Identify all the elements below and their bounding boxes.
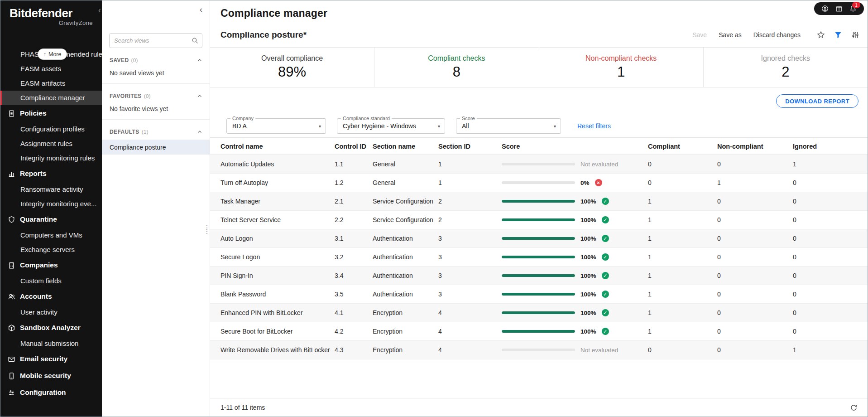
cell-ignored: 0 xyxy=(793,179,857,186)
sidebar-item-sandbox-analyzer[interactable]: Sandbox Analyzer xyxy=(0,320,102,336)
table-row-task-manager[interactable]: Task Manager2.1Service Configuration2100… xyxy=(210,192,868,211)
check-circle-icon: ✓ xyxy=(602,272,609,279)
filter-label: Score xyxy=(460,116,477,121)
chevron-up-icon xyxy=(197,129,202,135)
refresh-icon[interactable] xyxy=(850,404,858,412)
column-settings-icon[interactable] xyxy=(851,31,859,39)
resize-handle-icon[interactable]: ⋮⋮ xyxy=(204,226,210,233)
cell-compliant: 0 xyxy=(648,179,717,186)
filters-row: CompanyBD A▾Compliance standardCyber Hyg… xyxy=(210,115,868,137)
view-toolbar: Compliance posture* Save Save as Discard… xyxy=(210,22,868,48)
sidebar-item-companies[interactable]: Companies xyxy=(0,257,102,274)
sidebar-item-custom-fields[interactable]: Custom fields xyxy=(0,274,102,288)
views-collapse-icon[interactable]: ‹ xyxy=(200,5,202,14)
score-progressbar xyxy=(502,256,575,258)
filter-select-company[interactable]: CompanyBD A▾ xyxy=(226,118,326,134)
more-button[interactable]: ↑ More xyxy=(38,48,67,60)
score-text: 100% xyxy=(580,254,596,261)
table-row-turn-off-autoplay[interactable]: Turn off Autoplay1.2General10%×010 xyxy=(210,174,868,192)
sidebar-collapse-icon[interactable]: ‹ xyxy=(98,6,101,14)
search-views-input[interactable] xyxy=(109,33,202,48)
sidebar-item-easm-assets[interactable]: EASM assets xyxy=(0,62,102,76)
brand-logo[interactable]: Bitdefender GravityZone xyxy=(0,0,102,28)
cell-control-id: 3.4 xyxy=(335,272,373,279)
cell-section-name: General xyxy=(373,179,438,186)
column-header-ignored[interactable]: Ignored xyxy=(793,143,857,150)
column-header-section-name[interactable]: Section name xyxy=(373,143,438,150)
cell-section-name: Authentication xyxy=(373,291,438,298)
accounts-icon xyxy=(8,293,15,301)
sidebar-item-integrity-monitoring-eve[interactable]: Integrity monitoring eve... xyxy=(0,197,102,211)
cell-control-id: 4.2 xyxy=(335,328,373,335)
sidebar-item-computers-and-vms[interactable]: Computers and VMs xyxy=(0,228,102,242)
sidebar: Bitdefender GravityZone ‹ PHASR recommen… xyxy=(0,0,102,417)
cell-section-id: 4 xyxy=(438,328,502,335)
cell-control-name: Automatic Updates xyxy=(221,160,335,168)
column-header-control-name[interactable]: Control name xyxy=(221,143,335,150)
sidebar-item-policies[interactable]: Policies xyxy=(0,105,102,122)
download-report-button[interactable]: DOWNLOAD REPORT xyxy=(776,94,858,108)
cell-control-name: Blank Password xyxy=(221,291,335,298)
sidebar-item-ransomware-activity[interactable]: Ransomware activity xyxy=(0,182,102,197)
cell-compliant: 1 xyxy=(648,328,717,335)
table-row-telnet-server-service[interactable]: Telnet Server Service2.2Service Configur… xyxy=(210,211,868,229)
filter-funnel-icon[interactable] xyxy=(834,31,842,39)
filter-select-compliance-standard[interactable]: Compliance standardCyber Hygiene - Windo… xyxy=(337,118,445,134)
table-row-write-removable-drives-with-bitlocker[interactable]: Write Removable Drives with BitLocker4.3… xyxy=(210,341,868,359)
sidebar-item-user-activity[interactable]: User activity xyxy=(0,305,102,320)
stat-value: 8 xyxy=(453,64,460,80)
sidebar-item-exchange-servers[interactable]: Exchange servers xyxy=(0,242,102,257)
sidebar-item-integrity-monitoring-rules[interactable]: Integrity monitoring rules xyxy=(0,151,102,165)
sidebar-item-quarantine[interactable]: Quarantine xyxy=(0,211,102,228)
table-row-secure-logon[interactable]: Secure Logon3.2Authentication3100%✓100 xyxy=(210,248,868,267)
sidebar-item-email-security[interactable]: Email security xyxy=(0,351,102,368)
cell-non-compliant: 1 xyxy=(717,179,793,186)
stat-compliant-checks: Compliant checks8 xyxy=(374,48,538,87)
discard-changes-button[interactable]: Discard changes xyxy=(753,31,801,39)
views-section-count: (0) xyxy=(131,58,138,63)
table-row-pin-sign-in[interactable]: PIN Sign-In3.4Authentication3100%✓100 xyxy=(210,267,868,285)
sidebar-item-compliance-manager[interactable]: Compliance manager xyxy=(0,91,102,105)
table-row-automatic-updates[interactable]: Automatic Updates1.1General1Not evaluate… xyxy=(210,155,868,174)
user-account-icon[interactable] xyxy=(821,5,829,12)
sidebar-item-easm-artifacts[interactable]: EASM artifacts xyxy=(0,76,102,91)
cell-section-name: Encryption xyxy=(373,328,438,335)
sidebar-item-mobile-security[interactable]: Mobile security xyxy=(0,368,102,384)
cell-section-name: Authentication xyxy=(373,253,438,261)
cell-score: Not evaluated xyxy=(502,161,648,168)
sidebar-item-configuration-profiles[interactable]: Configuration profiles xyxy=(0,122,102,136)
sidebar-item-configuration[interactable]: Configuration xyxy=(0,384,102,401)
views-section-header-saved[interactable]: SAVED(0) xyxy=(110,57,202,63)
sidebar-item-manual-submission[interactable]: Manual submission xyxy=(0,336,102,351)
table-row-auto-logon[interactable]: Auto Logon3.1Authentication3100%✓100 xyxy=(210,229,868,248)
table-row-secure-boot-for-bitlocker[interactable]: Secure Boot for BitLocker4.2Encryption41… xyxy=(210,322,868,341)
column-header-control-id[interactable]: Control ID xyxy=(335,143,373,150)
save-button[interactable]: Save xyxy=(692,31,707,39)
notifications-bell-icon[interactable]: 1 xyxy=(849,5,857,12)
filter-select-score[interactable]: ScoreAll▾ xyxy=(456,118,561,134)
cell-ignored: 1 xyxy=(793,160,857,168)
column-header-non-compliant[interactable]: Non-compliant xyxy=(717,143,793,150)
favorite-star-icon[interactable] xyxy=(817,31,825,39)
column-header-section-id[interactable]: Section ID xyxy=(438,143,502,150)
view-item-compliance-posture[interactable]: Compliance posture xyxy=(102,140,210,155)
views-section-header-defaults[interactable]: DEFAULTS(1) xyxy=(110,129,202,135)
sidebar-item-accounts[interactable]: Accounts xyxy=(0,288,102,305)
cell-control-name: Turn off Autoplay xyxy=(221,179,335,186)
sidebar-item-assignment-rules[interactable]: Assignment rules xyxy=(0,136,102,151)
table-row-blank-password[interactable]: Blank Password3.5Authentication3100%✓100 xyxy=(210,285,868,304)
views-empty-text: No favorite views yet xyxy=(110,105,202,112)
sidebar-item-reports[interactable]: Reports xyxy=(0,165,102,182)
column-header-score[interactable]: Score xyxy=(502,143,648,150)
column-header-compliant[interactable]: Compliant xyxy=(648,143,717,150)
cell-control-id: 4.1 xyxy=(335,309,373,316)
views-section-header-favorites[interactable]: FAVORITES(0) xyxy=(110,93,202,99)
gift-icon[interactable] xyxy=(835,5,843,12)
cell-control-name: Secure Logon xyxy=(221,253,335,261)
save-as-button[interactable]: Save as xyxy=(719,31,742,39)
check-circle-icon: ✓ xyxy=(602,291,609,298)
views-empty-text: No saved views yet xyxy=(110,69,202,77)
table-row-enhanced-pin-with-bitlocker[interactable]: Enhanced PIN with BitLocker4.1Encryption… xyxy=(210,304,868,322)
reset-filters-link[interactable]: Reset filters xyxy=(577,122,611,130)
sidebar-nav: PHASR recommended rulesEASM assetsEASM a… xyxy=(0,47,102,401)
